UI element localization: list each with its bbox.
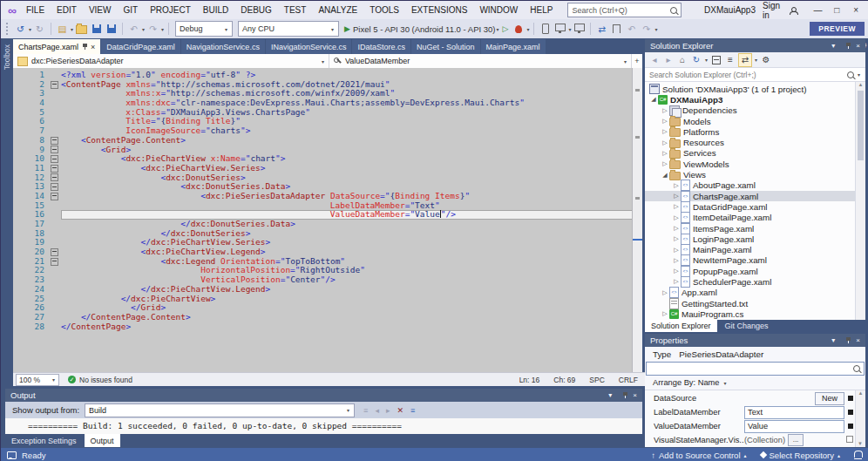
- tree-item-itemdetailpage-xaml[interactable]: ▷ItemDetailPage.xaml: [645, 213, 865, 223]
- new-button[interactable]: New: [815, 392, 844, 405]
- se-filter-dropdown-icon[interactable]: ▾: [755, 57, 757, 63]
- sign-in-button[interactable]: Sign in: [763, 1, 797, 20]
- property-value-input[interactable]: Value: [744, 420, 844, 433]
- tree-item-platforms[interactable]: ▷Platforms: [645, 126, 865, 137]
- tree-item-gettingstarted-txt[interactable]: GettingStarted.txt: [645, 298, 865, 308]
- menu-file[interactable]: FILE: [20, 5, 51, 15]
- menu-edit[interactable]: EDIT: [51, 5, 83, 15]
- solution-explorer-search-input[interactable]: Search Solution Explorer (Ctrl+;) ▾: [645, 68, 865, 82]
- tree-item-loginpage-xaml[interactable]: ▷LoginPage.xaml: [645, 234, 865, 244]
- start-without-debugging-icon[interactable]: ▷: [503, 24, 509, 33]
- chevron-collapsed-icon[interactable]: ▷: [661, 150, 669, 157]
- se-collapse-all-icon[interactable]: [710, 54, 722, 66]
- chevron-collapsed-icon[interactable]: ▷: [661, 107, 669, 114]
- property-row-datasource[interactable]: DataSourceNew: [645, 391, 865, 405]
- chevron-collapsed-icon[interactable]: ▷: [672, 247, 681, 254]
- next-bookmark-icon[interactable]: ↷: [640, 22, 653, 36]
- tree-item-viewmodels[interactable]: ▷ViewModels: [645, 159, 865, 169]
- previous-message-icon[interactable]: ◂: [375, 406, 379, 415]
- tree-item-models[interactable]: ▷Models: [645, 116, 865, 126]
- property-value-input[interactable]: Text: [744, 406, 844, 419]
- navbar-type-select[interactable]: dxc:PieSeriesDataAdapter ▾: [13, 54, 329, 68]
- menu-debug[interactable]: DEBUG: [234, 5, 278, 15]
- se-views-dropdown-icon[interactable]: ▾: [705, 57, 708, 63]
- panel-tab-exception-settings[interactable]: Exception Settings: [5, 434, 83, 447]
- tab-pin-icon[interactable]: [85, 44, 85, 50]
- run-target-dropdown-icon[interactable]: ▾: [497, 26, 499, 32]
- save-icon[interactable]: [90, 22, 103, 36]
- se-switch-views-icon[interactable]: ↻: [690, 54, 702, 66]
- properties-close-icon[interactable]: ×: [856, 336, 860, 344]
- fold-collapse-icon[interactable]: [51, 81, 58, 89]
- notifications-bell-icon[interactable]: [854, 451, 863, 458]
- properties-search-input[interactable]: [646, 362, 865, 376]
- solution-explorer-dropdown-icon[interactable]: ▾: [831, 42, 835, 50]
- preview-features-button[interactable]: PREVIEW: [810, 22, 865, 36]
- props-scroll-up-icon[interactable]: ▲: [858, 390, 864, 396]
- bookmark-dropdown-icon[interactable]: ▾: [654, 26, 657, 32]
- panel-tab-solution-explorer[interactable]: Solution Explorer: [645, 320, 717, 332]
- chevron-collapsed-icon[interactable]: ▷: [661, 289, 669, 296]
- chevron-collapsed-icon[interactable]: ▷: [672, 257, 681, 264]
- indicator-square-icon[interactable]: [848, 410, 853, 415]
- tree-item-dependencies[interactable]: ▷Dependencies: [645, 105, 865, 116]
- open-file-icon[interactable]: [75, 22, 88, 36]
- solution-tree-scrollbar[interactable]: ▲: [855, 82, 865, 320]
- device-manager-icon[interactable]: [553, 22, 566, 36]
- new-project-dropdown-icon[interactable]: ▾: [71, 26, 73, 32]
- tree-item-chartspage-xaml[interactable]: ▷ChartsPage.xaml: [645, 191, 865, 201]
- chevron-collapsed-icon[interactable]: ▷: [672, 268, 681, 275]
- indicator-square-icon[interactable]: [848, 424, 853, 429]
- solution-configuration-select[interactable]: Debug ▾: [175, 21, 233, 37]
- output-pin-icon[interactable]: [625, 392, 626, 398]
- tree-item-views[interactable]: ◢Views: [645, 169, 865, 180]
- tab-mainpage-xaml[interactable]: MainPage.xaml: [481, 39, 546, 54]
- fold-collapse-icon[interactable]: [51, 183, 58, 191]
- tree-item-itemspage-xaml[interactable]: ▷ItemsPage.xaml: [645, 223, 865, 234]
- fold-collapse-icon[interactable]: [51, 146, 58, 153]
- tree-item-solution-dxmauiapp3-1-of-1-project[interactable]: Solution 'DXMauiApp3' (1 of 1 project): [645, 84, 865, 94]
- redo-icon[interactable]: ↷: [146, 22, 159, 36]
- solution-explorer-close-icon[interactable]: ×: [856, 42, 860, 50]
- menu-git[interactable]: GIT: [117, 5, 144, 15]
- tab-datagridpage-xaml[interactable]: DataGridPage.xaml: [101, 39, 180, 54]
- menu-extensions[interactable]: EXTENSIONS: [405, 5, 473, 15]
- message-filter-icon[interactable]: ≡: [363, 406, 368, 415]
- tab-idatastore-cs[interactable]: IDataStore.cs: [352, 39, 410, 54]
- hot-reload-dropdown-icon[interactable]: ▾: [526, 26, 529, 32]
- select-repository-button[interactable]: Select Repository ▴: [761, 451, 840, 460]
- clear-all-icon[interactable]: ✕: [397, 406, 403, 415]
- chevron-collapsed-icon[interactable]: ▷: [672, 193, 681, 200]
- se-show-all-files-icon[interactable]: ≡: [724, 54, 736, 66]
- navigate-back-dropdown-icon[interactable]: ▾: [29, 26, 31, 32]
- solution-platform-select[interactable]: Any CPU ▾: [238, 21, 339, 37]
- chevron-collapsed-icon[interactable]: ▷: [672, 225, 681, 232]
- add-to-source-control-button[interactable]: ↑ Add to Source Control ▴: [651, 451, 746, 460]
- chevron-collapsed-icon[interactable]: ▷: [661, 139, 669, 146]
- properties-scrollbar[interactable]: ▲ ▼: [855, 390, 865, 447]
- menu-test[interactable]: TEST: [278, 5, 313, 15]
- fold-collapse-icon[interactable]: [51, 193, 58, 200]
- fold-collapse-icon[interactable]: [51, 248, 58, 256]
- editor-zoom-select[interactable]: 100 % ▾: [16, 374, 59, 386]
- undo-icon[interactable]: ↶: [127, 22, 140, 36]
- split-window-button[interactable]: +: [631, 54, 642, 68]
- chevron-collapsed-icon[interactable]: ▷: [672, 235, 681, 242]
- chevron-collapsed-icon[interactable]: ▷: [661, 160, 669, 167]
- find-in-files-icon[interactable]: ⇄: [595, 22, 608, 36]
- close-button[interactable]: ×: [846, 5, 865, 15]
- save-all-icon[interactable]: [105, 22, 118, 36]
- bookmark-icon[interactable]: [610, 22, 623, 36]
- property-row-valuedatamember[interactable]: ValueDataMemberValue: [645, 419, 865, 433]
- hot-reload-icon[interactable]: [512, 22, 525, 36]
- menu-build[interactable]: BUILD: [197, 5, 234, 15]
- se-sync-with-active-document-icon[interactable]: ⇄: [738, 53, 752, 67]
- previous-bookmark-icon[interactable]: ↶: [625, 22, 638, 36]
- tree-item-dxmauiapp3[interactable]: ◢DXMauiApp3: [645, 94, 865, 105]
- chevron-expanded-icon[interactable]: ◢: [661, 172, 669, 179]
- issues-status[interactable]: No issues found: [79, 376, 132, 384]
- tree-item-aboutpage-xaml[interactable]: ▷AboutPage.xaml: [645, 180, 865, 191]
- tab-inavigationservice-cs[interactable]: INavigationService.cs: [266, 39, 352, 54]
- undo-dropdown-icon[interactable]: ▾: [142, 26, 145, 32]
- indicator-square-icon[interactable]: [848, 396, 853, 401]
